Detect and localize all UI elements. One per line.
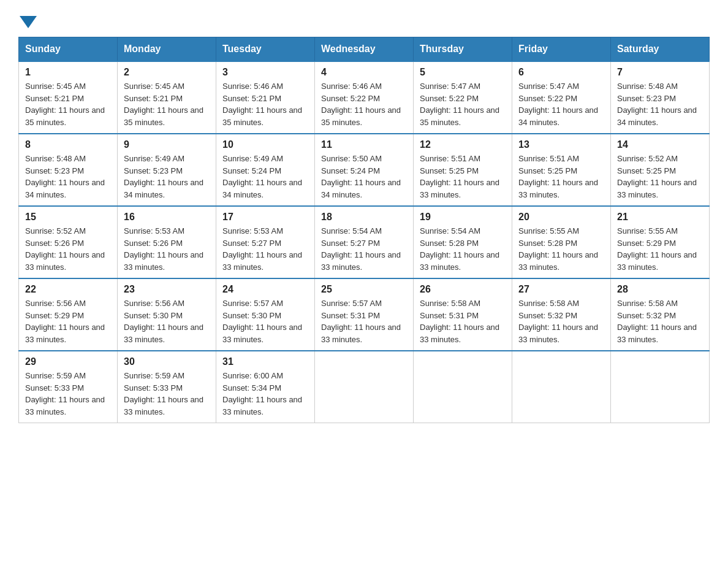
day-number: 8: [25, 139, 111, 150]
day-number: 15: [25, 212, 111, 223]
day-number: 2: [124, 67, 210, 78]
day-number: 12: [420, 139, 506, 150]
calendar-cell: 10 Sunrise: 5:49 AMSunset: 5:24 PMDaylig…: [216, 134, 315, 206]
calendar-cell: 4 Sunrise: 5:46 AMSunset: 5:22 PMDayligh…: [315, 61, 414, 134]
calendar-week-row: 1 Sunrise: 5:45 AMSunset: 5:21 PMDayligh…: [19, 61, 710, 134]
day-number: 28: [617, 284, 703, 295]
day-number: 7: [617, 67, 703, 78]
calendar-cell: 8 Sunrise: 5:48 AMSunset: 5:23 PMDayligh…: [19, 134, 118, 206]
calendar-cell: 21 Sunrise: 5:55 AMSunset: 5:29 PMDaylig…: [611, 206, 710, 278]
calendar-cell: 20 Sunrise: 5:55 AMSunset: 5:28 PMDaylig…: [512, 206, 611, 278]
calendar-cell: 14 Sunrise: 5:52 AMSunset: 5:25 PMDaylig…: [611, 134, 710, 206]
day-info: Sunrise: 5:47 AMSunset: 5:22 PMDaylight:…: [420, 82, 499, 127]
page-header: [18, 12, 710, 26]
logo-arrow-icon: [20, 16, 37, 28]
column-header-monday: Monday: [118, 37, 216, 62]
calendar-cell: 31 Sunrise: 6:00 AMSunset: 5:34 PMDaylig…: [216, 351, 315, 423]
day-info: Sunrise: 5:46 AMSunset: 5:21 PMDaylight:…: [222, 82, 302, 127]
day-info: Sunrise: 5:46 AMSunset: 5:22 PMDaylight:…: [321, 82, 401, 127]
column-header-friday: Friday: [512, 37, 611, 62]
day-number: 1: [25, 67, 111, 78]
day-number: 3: [222, 67, 308, 78]
calendar-cell: [315, 351, 414, 423]
day-info: Sunrise: 5:57 AMSunset: 5:30 PMDaylight:…: [222, 299, 302, 344]
calendar-cell: 29 Sunrise: 5:59 AMSunset: 5:33 PMDaylig…: [19, 351, 118, 423]
day-info: Sunrise: 5:53 AMSunset: 5:26 PMDaylight:…: [124, 226, 203, 272]
calendar-cell: 22 Sunrise: 5:56 AMSunset: 5:29 PMDaylig…: [19, 278, 118, 351]
day-info: Sunrise: 5:55 AMSunset: 5:29 PMDaylight:…: [617, 226, 697, 272]
day-info: Sunrise: 5:48 AMSunset: 5:23 PMDaylight:…: [25, 154, 105, 199]
calendar-table: SundayMondayTuesdayWednesdayThursdayFrid…: [18, 37, 710, 423]
day-info: Sunrise: 5:56 AMSunset: 5:29 PMDaylight:…: [25, 299, 105, 344]
calendar-cell: 7 Sunrise: 5:48 AMSunset: 5:23 PMDayligh…: [611, 61, 710, 134]
day-info: Sunrise: 5:59 AMSunset: 5:33 PMDaylight:…: [25, 371, 105, 416]
calendar-week-row: 15 Sunrise: 5:52 AMSunset: 5:26 PMDaylig…: [19, 206, 710, 278]
day-number: 11: [321, 139, 407, 150]
calendar-cell: 1 Sunrise: 5:45 AMSunset: 5:21 PMDayligh…: [19, 61, 118, 134]
column-header-wednesday: Wednesday: [315, 37, 414, 62]
calendar-cell: 30 Sunrise: 5:59 AMSunset: 5:33 PMDaylig…: [118, 351, 216, 423]
calendar-cell: 25 Sunrise: 5:57 AMSunset: 5:31 PMDaylig…: [315, 278, 414, 351]
day-info: Sunrise: 6:00 AMSunset: 5:34 PMDaylight:…: [222, 371, 302, 416]
day-info: Sunrise: 5:58 AMSunset: 5:32 PMDaylight:…: [617, 299, 697, 344]
day-info: Sunrise: 5:53 AMSunset: 5:27 PMDaylight:…: [222, 226, 302, 272]
day-number: 17: [222, 212, 308, 223]
day-info: Sunrise: 5:59 AMSunset: 5:33 PMDaylight:…: [124, 371, 203, 416]
calendar-header-row: SundayMondayTuesdayWednesdayThursdayFrid…: [19, 37, 710, 62]
calendar-cell: 18 Sunrise: 5:54 AMSunset: 5:27 PMDaylig…: [315, 206, 414, 278]
day-info: Sunrise: 5:52 AMSunset: 5:26 PMDaylight:…: [25, 226, 105, 272]
calendar-cell: 26 Sunrise: 5:58 AMSunset: 5:31 PMDaylig…: [414, 278, 512, 351]
day-info: Sunrise: 5:49 AMSunset: 5:23 PMDaylight:…: [124, 154, 203, 199]
calendar-cell: [611, 351, 710, 423]
day-info: Sunrise: 5:56 AMSunset: 5:30 PMDaylight:…: [124, 299, 203, 344]
calendar-cell: [414, 351, 512, 423]
day-number: 29: [25, 356, 111, 367]
calendar-cell: 2 Sunrise: 5:45 AMSunset: 5:21 PMDayligh…: [118, 61, 216, 134]
calendar-cell: [512, 351, 611, 423]
calendar-cell: 15 Sunrise: 5:52 AMSunset: 5:26 PMDaylig…: [19, 206, 118, 278]
day-info: Sunrise: 5:58 AMSunset: 5:32 PMDaylight:…: [518, 299, 598, 344]
column-header-thursday: Thursday: [414, 37, 512, 62]
day-number: 19: [420, 212, 506, 223]
day-number: 14: [617, 139, 703, 150]
calendar-cell: 24 Sunrise: 5:57 AMSunset: 5:30 PMDaylig…: [216, 278, 315, 351]
calendar-cell: 28 Sunrise: 5:58 AMSunset: 5:32 PMDaylig…: [611, 278, 710, 351]
day-info: Sunrise: 5:45 AMSunset: 5:21 PMDaylight:…: [25, 82, 105, 127]
calendar-cell: 16 Sunrise: 5:53 AMSunset: 5:26 PMDaylig…: [118, 206, 216, 278]
day-number: 31: [222, 356, 308, 367]
day-info: Sunrise: 5:57 AMSunset: 5:31 PMDaylight:…: [321, 299, 401, 344]
calendar-cell: 9 Sunrise: 5:49 AMSunset: 5:23 PMDayligh…: [118, 134, 216, 206]
day-info: Sunrise: 5:49 AMSunset: 5:24 PMDaylight:…: [222, 154, 302, 199]
day-info: Sunrise: 5:50 AMSunset: 5:24 PMDaylight:…: [321, 154, 401, 199]
day-number: 6: [518, 67, 604, 78]
day-number: 21: [617, 212, 703, 223]
day-info: Sunrise: 5:47 AMSunset: 5:22 PMDaylight:…: [518, 82, 598, 127]
calendar-cell: 12 Sunrise: 5:51 AMSunset: 5:25 PMDaylig…: [414, 134, 512, 206]
column-header-sunday: Sunday: [19, 37, 118, 62]
column-header-saturday: Saturday: [611, 37, 710, 62]
day-number: 4: [321, 67, 407, 78]
day-number: 9: [124, 139, 210, 150]
day-number: 30: [124, 356, 210, 367]
day-info: Sunrise: 5:51 AMSunset: 5:25 PMDaylight:…: [518, 154, 598, 199]
day-info: Sunrise: 5:51 AMSunset: 5:25 PMDaylight:…: [420, 154, 499, 199]
day-number: 20: [518, 212, 604, 223]
day-info: Sunrise: 5:52 AMSunset: 5:25 PMDaylight:…: [617, 154, 697, 199]
day-number: 5: [420, 67, 506, 78]
calendar-cell: 3 Sunrise: 5:46 AMSunset: 5:21 PMDayligh…: [216, 61, 315, 134]
day-number: 16: [124, 212, 210, 223]
calendar-cell: 13 Sunrise: 5:51 AMSunset: 5:25 PMDaylig…: [512, 134, 611, 206]
calendar-cell: 11 Sunrise: 5:50 AMSunset: 5:24 PMDaylig…: [315, 134, 414, 206]
calendar-cell: 27 Sunrise: 5:58 AMSunset: 5:32 PMDaylig…: [512, 278, 611, 351]
calendar-week-row: 22 Sunrise: 5:56 AMSunset: 5:29 PMDaylig…: [19, 278, 710, 351]
day-number: 10: [222, 139, 308, 150]
calendar-cell: 19 Sunrise: 5:54 AMSunset: 5:28 PMDaylig…: [414, 206, 512, 278]
day-number: 25: [321, 284, 407, 295]
calendar-cell: 23 Sunrise: 5:56 AMSunset: 5:30 PMDaylig…: [118, 278, 216, 351]
calendar-cell: 6 Sunrise: 5:47 AMSunset: 5:22 PMDayligh…: [512, 61, 611, 134]
logo: [18, 12, 37, 26]
calendar-cell: 5 Sunrise: 5:47 AMSunset: 5:22 PMDayligh…: [414, 61, 512, 134]
day-number: 22: [25, 284, 111, 295]
calendar-week-row: 29 Sunrise: 5:59 AMSunset: 5:33 PMDaylig…: [19, 351, 710, 423]
day-info: Sunrise: 5:54 AMSunset: 5:27 PMDaylight:…: [321, 226, 401, 272]
